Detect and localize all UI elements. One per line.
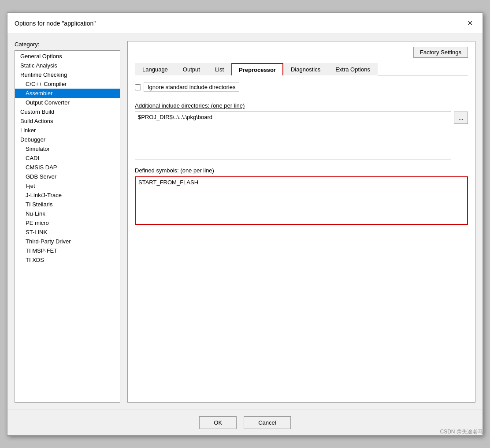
tab-extra-options[interactable]: Extra Options	[328, 63, 378, 75]
title-bar: Options for node "application" ✕	[7, 13, 483, 34]
main-panel: Factory Settings LanguageOutputListPrepr…	[127, 41, 475, 403]
sidebar-item-simulator[interactable]: Simulator	[15, 144, 120, 153]
tab-language[interactable]: Language	[135, 63, 175, 75]
dialog-title: Options for node "application"	[15, 20, 96, 27]
dialog-body: Category: General OptionsStatic Analysis…	[7, 34, 483, 410]
watermark: CSDN @失途老马	[440, 428, 483, 436]
cancel-button[interactable]: Cancel	[244, 416, 290, 429]
sidebar-item-debugger[interactable]: Debugger	[15, 135, 120, 144]
sidebar-item-ti-msp-fet[interactable]: TI MSP-FET	[15, 246, 120, 255]
sidebar-item-st-link[interactable]: ST-LINK	[15, 228, 120, 237]
close-button[interactable]: ✕	[464, 18, 475, 28]
ignore-dirs-label: Ignore standard include directories	[144, 82, 239, 92]
ignore-dirs-row: Ignore standard include directories	[135, 82, 468, 92]
sidebar-item-pe-micro[interactable]: PE micro	[15, 218, 120, 228]
defined-symbols-section: Defined symbols: (one per line)	[135, 167, 468, 226]
tab-preprocessor[interactable]: Preprocessor	[231, 63, 283, 75]
sidebar-item-runtime-checking[interactable]: Runtime Checking	[15, 70, 120, 79]
tab-diagnostics[interactable]: Diagnostics	[283, 63, 328, 75]
sidebar: Category: General OptionsStatic Analysis…	[15, 41, 120, 403]
sidebar-item-general-options[interactable]: General Options	[15, 52, 120, 61]
ok-button[interactable]: OK	[199, 416, 237, 429]
tab-output[interactable]: Output	[175, 63, 208, 75]
category-label: Category:	[15, 41, 120, 48]
sidebar-item-output-converter[interactable]: Output Converter	[15, 98, 120, 107]
sidebar-item-cmsis-dap[interactable]: CMSIS DAP	[15, 163, 120, 172]
browse-button[interactable]: ...	[454, 112, 468, 124]
sidebar-item-ti-xds[interactable]: TI XDS	[15, 255, 120, 265]
additional-dirs-label: Additional include directories: (one per…	[135, 102, 468, 109]
sidebar-item-nu-link[interactable]: Nu-Link	[15, 209, 120, 218]
factory-settings-row: Factory Settings	[135, 47, 468, 58]
ignore-dirs-checkbox[interactable]	[135, 84, 141, 90]
tabs-row: LanguageOutputListPreprocessorDiagnostic…	[135, 63, 468, 75]
additional-dirs-section: Additional include directories: (one per…	[135, 102, 468, 160]
category-list: General OptionsStatic AnalysisRuntime Ch…	[15, 50, 120, 403]
tab-list[interactable]: List	[208, 63, 231, 75]
sidebar-item-linker[interactable]: Linker	[15, 126, 120, 135]
sidebar-item-gdb-server[interactable]: GDB Server	[15, 172, 120, 181]
sidebar-item-assembler[interactable]: Assembler	[15, 89, 120, 98]
dialog-footer: OK Cancel	[7, 410, 483, 435]
defined-symbols-textarea[interactable]	[135, 176, 468, 225]
content-area: Ignore standard include directories Addi…	[135, 82, 468, 397]
sidebar-item-build-actions[interactable]: Build Actions	[15, 116, 120, 126]
additional-dirs-textarea[interactable]	[135, 112, 451, 160]
additional-dirs-textarea-row: ...	[135, 112, 468, 160]
sidebar-item-ti-stellaris[interactable]: TI Stellaris	[15, 200, 120, 209]
sidebar-item-third-party-driver[interactable]: Third-Party Driver	[15, 237, 120, 246]
factory-settings-button[interactable]: Factory Settings	[413, 47, 468, 58]
sidebar-item-cadi[interactable]: CADI	[15, 153, 120, 163]
sidebar-item-i-jet[interactable]: I-jet	[15, 181, 120, 190]
sidebar-item-cpp-compiler[interactable]: C/C++ Compiler	[15, 79, 120, 89]
sidebar-item-jlink-jtrace[interactable]: J-Link/J-Trace	[15, 190, 120, 200]
sidebar-item-static-analysis[interactable]: Static Analysis	[15, 61, 120, 70]
defined-symbols-label: Defined symbols: (one per line)	[135, 167, 468, 174]
sidebar-item-custom-build[interactable]: Custom Build	[15, 107, 120, 116]
main-dialog: Options for node "application" ✕ Categor…	[7, 12, 483, 436]
